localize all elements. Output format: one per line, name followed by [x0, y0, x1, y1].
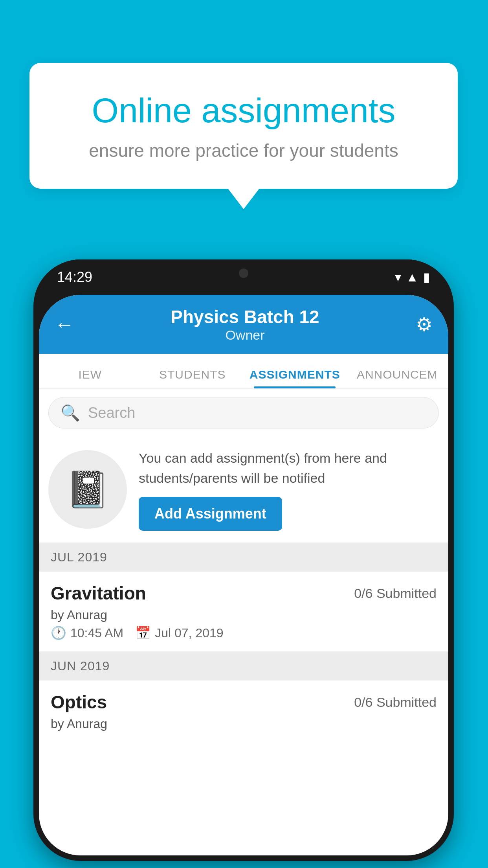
time-value: 10:45 AM [70, 626, 123, 640]
assignment-item-gravitation[interactable]: Gravitation 0/6 Submitted by Anurag 🕐 10… [39, 572, 448, 652]
assignment-name-optics: Optics [51, 691, 107, 713]
notebook-icon: 📓 [66, 469, 110, 510]
tab-assignments[interactable]: ASSIGNMENTS [244, 368, 346, 388]
tab-overview[interactable]: IEW [39, 368, 141, 388]
section-header-jul: JUL 2019 [39, 543, 448, 572]
status-icons: ▾ ▲ ▮ [395, 270, 430, 285]
tab-announcements[interactable]: ANNOUNCEM [346, 368, 449, 388]
signal-icon: ▲ [406, 270, 418, 285]
speech-bubble-subtitle: ensure more practice for your students [61, 140, 426, 161]
phone-screen: ← Physics Batch 12 Owner ⚙ IEW STUDENTS … [39, 295, 448, 855]
phone-frame: 14:29 ▾ ▲ ▮ ← Physics Batch 12 Owner ⚙ I… [33, 259, 454, 861]
batch-name: Physics Batch 12 [171, 306, 319, 327]
assignment-by-optics: by Anurag [51, 717, 437, 731]
battery-icon: ▮ [423, 270, 430, 285]
clock-icon: 🕐 [51, 625, 66, 640]
assignment-by-gravitation: by Anurag [51, 608, 437, 622]
user-role: Owner [171, 327, 319, 343]
tabs-bar: IEW STUDENTS ASSIGNMENTS ANNOUNCEM [39, 354, 448, 389]
assignment-top-row: Gravitation 0/6 Submitted [51, 583, 437, 604]
wifi-icon: ▾ [395, 270, 401, 285]
search-bar[interactable]: 🔍 Search [48, 397, 439, 428]
camera-dot [239, 268, 248, 278]
assignment-meta-gravitation: 🕐 10:45 AM 📅 Jul 07, 2019 [51, 625, 437, 640]
promo-icon-circle: 📓 [48, 450, 127, 529]
assignment-item-optics[interactable]: Optics 0/6 Submitted by Anurag [39, 680, 448, 745]
assignment-name-gravitation: Gravitation [51, 583, 146, 604]
assignment-submitted-optics: 0/6 Submitted [354, 695, 437, 710]
search-placeholder: Search [88, 405, 135, 421]
assignment-submitted-gravitation: 0/6 Submitted [354, 586, 437, 601]
time-display: 14:29 [57, 269, 92, 285]
status-bar: 14:29 ▾ ▲ ▮ [33, 259, 454, 295]
speech-bubble-title: Online assignments [61, 90, 426, 131]
promo-description: You can add assignment(s) from here and … [139, 448, 439, 488]
assignment-top-row-optics: Optics 0/6 Submitted [51, 691, 437, 713]
section-header-jun: JUN 2019 [39, 652, 448, 680]
calendar-icon: 📅 [135, 625, 151, 640]
tab-students[interactable]: STUDENTS [141, 368, 244, 388]
date-value: Jul 07, 2019 [155, 626, 223, 640]
assignment-date: 📅 Jul 07, 2019 [135, 625, 223, 640]
header-title-area: Physics Batch 12 Owner [171, 306, 319, 343]
promo-text-area: You can add assignment(s) from here and … [139, 448, 439, 531]
phone-notch [200, 259, 287, 287]
search-bar-container: 🔍 Search [39, 389, 448, 436]
app-header: ← Physics Batch 12 Owner ⚙ [39, 295, 448, 354]
speech-bubble: Online assignments ensure more practice … [29, 63, 458, 189]
assignment-time: 🕐 10:45 AM [51, 625, 123, 640]
promo-section: 📓 You can add assignment(s) from here an… [39, 436, 448, 543]
add-assignment-button[interactable]: Add Assignment [139, 497, 282, 531]
settings-icon[interactable]: ⚙ [416, 313, 433, 335]
back-button[interactable]: ← [55, 313, 74, 336]
search-icon: 🔍 [61, 404, 80, 422]
